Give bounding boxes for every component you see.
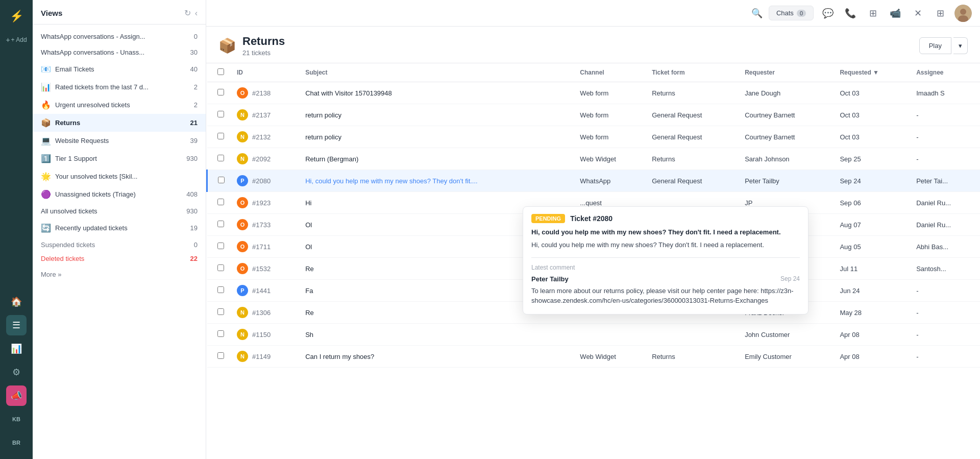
- logo[interactable]: ⚡: [6, 6, 27, 27]
- phone-icon[interactable]: 📞: [842, 5, 859, 21]
- ticket-requester: Peter Tailby: [745, 177, 779, 185]
- ticket-requested: Aug 07: [840, 221, 861, 229]
- row-checkbox[interactable]: [217, 221, 224, 227]
- row-id-cell: N #1150: [231, 324, 299, 346]
- row-checkbox-cell[interactable]: [207, 236, 231, 258]
- play-dropdown-button[interactable]: ▾: [953, 37, 968, 54]
- sidebar-item-email-tickets[interactable]: 📧 Email Tickets 40: [33, 60, 206, 78]
- row-checkbox[interactable]: [217, 286, 224, 293]
- row-id-cell: N #1306: [231, 302, 299, 324]
- row-checkbox[interactable]: [217, 243, 224, 249]
- row-checkbox-cell[interactable]: [207, 82, 231, 104]
- select-all-checkbox[interactable]: [217, 68, 224, 75]
- row-checkbox-cell[interactable]: [207, 302, 231, 324]
- row-requested-cell: Jun 24: [834, 280, 910, 302]
- row-channel-cell: Web Widget: [574, 148, 646, 170]
- row-checkbox-cell[interactable]: [207, 192, 231, 214]
- row-subject-cell[interactable]: Hi, could you help me with my new shoes?…: [299, 170, 574, 192]
- sidebar-item-unsolved-skil[interactable]: 🌟 Your unsolved tickets [Skil...: [33, 167, 206, 185]
- charts-icon[interactable]: 📊: [6, 339, 27, 359]
- col-channel[interactable]: Channel: [574, 63, 646, 82]
- row-checkbox-cell[interactable]: [207, 126, 231, 148]
- chats-button[interactable]: Chats 0: [769, 6, 814, 20]
- row-assignee-cell: Abhi Bas...: [910, 236, 980, 258]
- row-checkbox-cell[interactable]: [207, 280, 231, 302]
- row-checkbox-cell[interactable]: [207, 148, 231, 170]
- row-checkbox[interactable]: [217, 111, 224, 117]
- ticket-assignee: -: [916, 331, 918, 339]
- row-checkbox-cell[interactable]: [207, 170, 231, 192]
- sidebar-item-unassigned-triage[interactable]: 🟣 Unassigned tickets (Triage) 408: [33, 185, 206, 203]
- row-checkbox[interactable]: [218, 177, 225, 183]
- row-subject-cell[interactable]: Sh: [299, 324, 574, 346]
- user-avatar[interactable]: [954, 5, 972, 22]
- video-icon[interactable]: 📹: [887, 5, 903, 21]
- sidebar-item-tier1-support[interactable]: 1️⃣ Tier 1 Support 930: [33, 150, 206, 167]
- add-button[interactable]: + + Add: [2, 30, 31, 50]
- sidebar-item-website-requests[interactable]: 💻 Website Requests 39: [33, 132, 206, 150]
- row-checkbox[interactable]: [217, 308, 224, 315]
- row-checkbox-cell[interactable]: [207, 258, 231, 280]
- table-row[interactable]: N #1149 Can I return my shoes? Web Widge…: [207, 346, 981, 368]
- home-icon[interactable]: 🏠: [6, 292, 27, 312]
- ticket-assignee: -: [916, 111, 918, 119]
- table-row[interactable]: O #2138 Chat with Visitor 1570139948 Web…: [207, 82, 981, 104]
- close-icon[interactable]: ✕: [910, 5, 926, 21]
- refresh-icon[interactable]: ↻: [184, 8, 191, 18]
- row-checkbox[interactable]: [217, 199, 224, 205]
- table-row[interactable]: N #1150 Sh John Customer Apr 08 -: [207, 324, 981, 346]
- row-checkbox[interactable]: [217, 264, 224, 271]
- col-ticket-form[interactable]: Ticket form: [646, 63, 739, 82]
- col-requested[interactable]: Requested ▼: [834, 63, 910, 82]
- row-checkbox-cell[interactable]: [207, 104, 231, 126]
- play-button[interactable]: Play: [919, 37, 951, 54]
- row-checkbox[interactable]: [217, 330, 224, 337]
- apps-icon[interactable]: ⊞: [932, 5, 948, 21]
- sidebar-item-all-unsolved[interactable]: All unsolved tickets 930: [33, 203, 206, 219]
- col-assignee[interactable]: Assignee: [910, 63, 980, 82]
- row-channel-cell: Web form: [574, 126, 646, 148]
- row-subject-cell[interactable]: return policy: [299, 104, 574, 126]
- table-row[interactable]: N #2132 return policy Web form General R…: [207, 126, 981, 148]
- settings-icon[interactable]: ⚙: [6, 362, 27, 382]
- row-checkbox[interactable]: [217, 155, 224, 161]
- grid-icon[interactable]: ⊞: [865, 5, 881, 21]
- row-checkbox[interactable]: [217, 133, 224, 139]
- row-subject-cell[interactable]: Can I return my shoes?: [299, 346, 574, 368]
- row-checkbox[interactable]: [217, 89, 224, 95]
- search-icon[interactable]: 🔍: [751, 8, 763, 19]
- br-icon[interactable]: BR: [6, 432, 27, 453]
- collapse-icon[interactable]: ‹: [195, 9, 198, 18]
- row-subject-cell[interactable]: Return (Bergman): [299, 148, 574, 170]
- row-checkbox[interactable]: [217, 352, 224, 359]
- sidebar-item-whatsapp-unassigned[interactable]: WhatsApp conversations - Unass... 30: [33, 44, 206, 60]
- sidebar-more[interactable]: More »: [33, 267, 206, 282]
- col-subject[interactable]: Subject: [299, 63, 574, 82]
- sidebar-item-returns[interactable]: 📦 Returns 21: [33, 114, 206, 132]
- row-assignee-cell: -: [910, 346, 980, 368]
- ticket-assignee: Imaadh S: [916, 89, 945, 97]
- table-row[interactable]: P #2080 Hi, could you help me with my ne…: [207, 170, 981, 192]
- sidebar-item-rated-tickets[interactable]: 📊 Rated tickets from the last 7 d... 2: [33, 78, 206, 96]
- row-subject-cell[interactable]: return policy: [299, 126, 574, 148]
- chat-bubble-icon[interactable]: 💬: [820, 5, 836, 21]
- row-checkbox-cell[interactable]: [207, 214, 231, 236]
- ticket-requested: Apr 08: [840, 331, 859, 339]
- col-requester[interactable]: Requester: [739, 63, 834, 82]
- row-checkbox-cell[interactable]: [207, 346, 231, 368]
- col-id[interactable]: ID: [231, 63, 299, 82]
- kb-icon[interactable]: KB: [6, 409, 27, 429]
- sidebar-item-whatsapp-assigned[interactable]: WhatsApp conversations - Assign... 0: [33, 29, 206, 44]
- col-checkbox[interactable]: [207, 63, 231, 82]
- sidebar-item-deleted[interactable]: Deleted tickets 22: [33, 253, 206, 267]
- row-requester-cell: Courtney Barnett: [739, 126, 834, 148]
- tickets-icon[interactable]: ☰: [6, 315, 27, 335]
- megaphone-icon[interactable]: 📣: [6, 385, 27, 406]
- row-requested-cell: Aug 07: [834, 214, 910, 236]
- row-subject-cell[interactable]: Chat with Visitor 1570139948: [299, 82, 574, 104]
- table-row[interactable]: N #2092 Return (Bergman) Web Widget Retu…: [207, 148, 981, 170]
- table-row[interactable]: N #2137 return policy Web form General R…: [207, 104, 981, 126]
- sidebar-item-urgent-tickets[interactable]: 🔥 Urgent unresolved tickets 2: [33, 96, 206, 114]
- row-checkbox-cell[interactable]: [207, 324, 231, 346]
- sidebar-item-recently-updated[interactable]: 🔄 Recently updated tickets 19: [33, 219, 206, 237]
